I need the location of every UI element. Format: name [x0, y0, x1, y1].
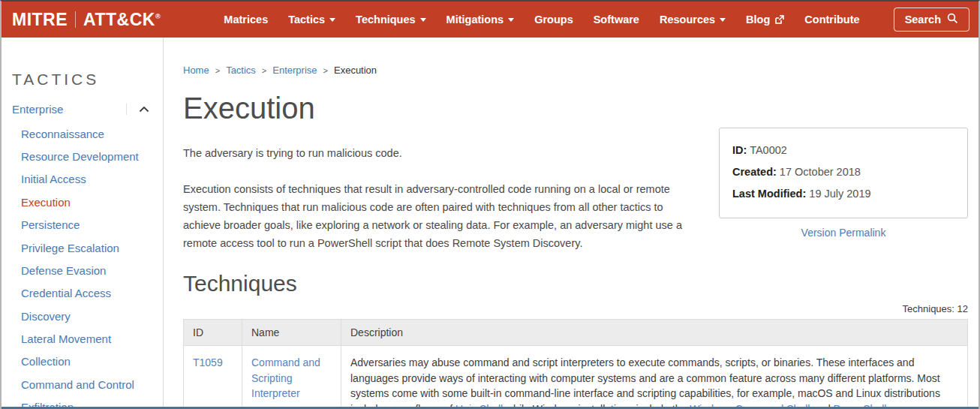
- breadcrumb-current: Execution: [334, 65, 377, 76]
- caret-down-icon: [420, 18, 426, 22]
- breadcrumb-tactics[interactable]: Tactics: [226, 65, 256, 76]
- mitre-wordmark: MITRE: [12, 10, 68, 30]
- breadcrumb-separator: >: [323, 66, 328, 75]
- sidebar-item-privilege-escalation[interactable]: Privilege Escalation: [12, 236, 163, 259]
- nav-item-blog[interactable]: Blog: [746, 14, 784, 26]
- page-title: Execution: [183, 92, 968, 125]
- main-content: Home > Tactics > Enterprise > Execution …: [164, 38, 978, 408]
- sidebar-item-discovery[interactable]: Discovery: [12, 305, 163, 327]
- sidebar-group-label: Enterprise: [12, 103, 63, 116]
- breadcrumb-enterprise[interactable]: Enterprise: [272, 65, 317, 76]
- sidebar-group-enterprise[interactable]: Enterprise: [12, 99, 163, 119]
- breadcrumb: Home > Tactics > Enterprise > Execution: [183, 65, 968, 76]
- browser-window: MITRE ATT&CK® Matrices Tactics Technique…: [0, 0, 980, 409]
- table-header-row: ID Name Description: [184, 320, 968, 346]
- sidebar-item-defense-evasion[interactable]: Defense Evasion: [12, 259, 163, 281]
- version-permalink-link[interactable]: Version Permalink: [801, 227, 886, 239]
- logo-divider: [75, 11, 76, 28]
- techniques-table: ID Name Description T1059 Command and Sc…: [183, 319, 968, 409]
- sidebar-item-initial-access[interactable]: Initial Access: [12, 168, 163, 191]
- sidebar-item-persistence[interactable]: Persistence: [12, 214, 163, 236]
- caret-down-icon: [720, 18, 726, 22]
- external-link-icon: [774, 15, 784, 25]
- tactic-info-card: ID: TA0002 Created: 17 October 2018 Last…: [719, 128, 968, 218]
- sidebar-title: TACTICS: [12, 71, 163, 89]
- nav-item-software[interactable]: Software: [594, 14, 639, 26]
- card-id-row: ID: TA0002: [732, 140, 954, 161]
- search-button[interactable]: Search: [894, 8, 969, 32]
- breadcrumb-home[interactable]: Home: [183, 65, 209, 76]
- top-navbar: MITRE ATT&CK® Matrices Tactics Technique…: [2, 2, 978, 38]
- caret-down-icon: [508, 18, 514, 22]
- card-modified-label: Last Modified:: [732, 188, 806, 200]
- sidebar-item-credential-access[interactable]: Credential Access: [12, 282, 163, 305]
- nav-item-tactics[interactable]: Tactics: [288, 14, 335, 26]
- sidebar-item-lateral-movement[interactable]: Lateral Movement: [12, 327, 163, 350]
- nav-item-mitigations[interactable]: Mitigations: [446, 14, 515, 26]
- caret-down-icon: [329, 18, 335, 22]
- card-id-label: ID:: [732, 144, 747, 156]
- technique-name-link[interactable]: Command and Scripting Interpreter: [251, 356, 320, 399]
- sidebar-item-resource-development[interactable]: Resource Development: [12, 145, 163, 167]
- sidebar-item-execution[interactable]: Execution: [12, 191, 163, 213]
- column-header-name: Name: [242, 320, 341, 346]
- breadcrumb-separator: >: [215, 66, 220, 75]
- column-header-description: Description: [341, 320, 968, 346]
- card-id-value: TA0002: [750, 144, 787, 156]
- chevron-up-icon[interactable]: [126, 104, 163, 115]
- sidebar-item-command-and-control[interactable]: Command and Control: [12, 373, 163, 395]
- search-icon: [947, 13, 958, 26]
- nav-item-groups[interactable]: Groups: [534, 14, 573, 26]
- table-row: T1059 Command and Scripting Interpreter …: [184, 346, 968, 409]
- techniques-section-title: Techniques: [183, 271, 968, 296]
- technique-description: Adversaries may abuse command and script…: [341, 346, 968, 409]
- sidebar-item-reconnaissance[interactable]: Reconnaissance: [12, 122, 163, 145]
- nav-item-resources[interactable]: Resources: [660, 14, 726, 26]
- tactic-description: The adversary is trying to run malicious…: [183, 144, 702, 270]
- techniques-count: Techniques: 12: [183, 303, 968, 314]
- card-modified-row: Last Modified: 19 July 2019: [732, 183, 954, 205]
- technique-id-link[interactable]: T1059: [193, 356, 223, 368]
- attack-wordmark: ATT&CK®: [83, 10, 161, 30]
- card-created-label: Created:: [732, 166, 777, 178]
- sidebar-item-collection[interactable]: Collection: [12, 350, 163, 373]
- description-text: Adversaries may abuse command and script…: [350, 356, 940, 409]
- breadcrumb-separator: >: [262, 66, 266, 75]
- nav-item-contribute[interactable]: Contribute: [804, 14, 859, 26]
- card-created-row: Created: 17 October 2018: [732, 161, 954, 183]
- primary-nav: Matrices Tactics Techniques Mitigations …: [224, 8, 969, 32]
- nav-item-matrices[interactable]: Matrices: [224, 14, 268, 26]
- card-modified-value: 19 July 2019: [809, 188, 870, 200]
- card-created-value: 17 October 2018: [780, 166, 861, 178]
- nav-item-techniques[interactable]: Techniques: [356, 14, 426, 26]
- column-header-id: ID: [184, 320, 242, 346]
- tactic-list: Reconnaissance Resource Development Init…: [12, 122, 163, 409]
- mitre-attack-logo[interactable]: MITRE ATT&CK®: [12, 10, 161, 30]
- tactic-short-description: The adversary is trying to run malicious…: [183, 144, 702, 162]
- tactics-sidebar: TACTICS Enterprise Reconnaissance Resour…: [2, 38, 164, 408]
- registered-mark: ®: [155, 13, 161, 20]
- tactic-long-description: Execution consists of techniques that re…: [183, 180, 702, 252]
